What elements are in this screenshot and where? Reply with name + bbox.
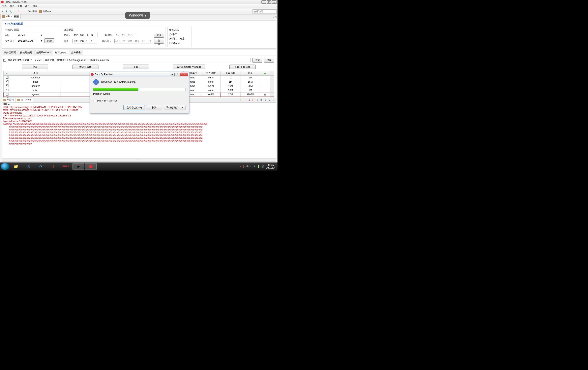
tab-burn-emmc[interactable]: 烧写eMMC: [53, 50, 69, 55]
xml-default-checkbox[interactable]: [3, 59, 6, 61]
transport-usb-radio[interactable]: USB口: [169, 41, 190, 45]
menubar: 文件 芯片 工具 窗口 帮助: [0, 4, 277, 9]
console-tool-icon[interactable]: 📋: [252, 98, 255, 101]
row-checkbox[interactable]: [6, 76, 9, 79]
always-background-checkbox[interactable]: [93, 100, 96, 102]
detail-button[interactable]: 详细信息(D) >>: [164, 105, 186, 110]
close-button[interactable]: ✕: [272, 0, 277, 4]
dialog-icon: [91, 73, 94, 76]
run-background-button[interactable]: 在后台运行(B): [124, 105, 144, 110]
add-row-icon[interactable]: ✚: [264, 72, 266, 75]
hiburn-view-tab[interactable]: HiBurn 视图: [0, 14, 21, 19]
hiburn-link[interactable]: HiBurn: [42, 10, 52, 13]
toolbar-icon-3[interactable]: 🔧: [9, 10, 12, 13]
server-ip-select[interactable]: 192.168.1.176▾: [17, 39, 43, 43]
menu-tools[interactable]: 工具: [16, 4, 23, 9]
toolbar-icon-1[interactable]: ♪: [1, 10, 4, 13]
transport-net-radio[interactable]: 网口（推荐）: [169, 37, 190, 40]
progress-status: Partition system: [93, 92, 186, 95]
row-len: 20M: [241, 84, 260, 88]
row-checkbox[interactable]: [6, 84, 9, 87]
tab-merge-image[interactable]: 合并镜像: [69, 50, 83, 55]
console-tool-icon[interactable]: ▾: [256, 98, 259, 101]
taskbar-explorer[interactable]: 📁: [10, 163, 22, 170]
trash-icon[interactable]: 🗑: [264, 93, 266, 96]
transport-serial-radio[interactable]: 串口: [169, 33, 190, 36]
tftp-icon: [17, 99, 20, 101]
console-tab[interactable]: 控制台: [2, 98, 16, 102]
taskbar-terminal[interactable]: ▰: [73, 163, 84, 170]
menu-help[interactable]: 帮助: [32, 4, 39, 9]
toolbar-icon-5[interactable]: ⇅: [17, 10, 20, 13]
tray-flag-icon[interactable]: 🏳: [253, 165, 256, 168]
tray-shield-icon[interactable]: 🛡: [250, 165, 252, 168]
taskbar-burn[interactable]: BURN: [60, 163, 72, 170]
system-clock[interactable]: 13:45 2021/6/4: [266, 164, 275, 170]
refresh-button[interactable]: 刷新: [44, 38, 54, 43]
view-minimize-icon[interactable]: ▭: [272, 16, 274, 19]
dialog-minimize-button[interactable]: –: [170, 73, 175, 76]
tray-help-icon[interactable]: ❓: [242, 165, 245, 168]
row-name: fastboot: [11, 76, 60, 80]
gw-input[interactable]: [73, 39, 97, 43]
create-emmc-button[interactable]: 制作Emmc烧片器镜像: [173, 65, 205, 69]
upload-button[interactable]: 上载: [123, 65, 149, 69]
tray-volume-icon[interactable]: 🔊: [261, 165, 264, 168]
burn-button[interactable]: 烧写: [22, 65, 48, 69]
taskbar-ie[interactable]: ⓔ: [22, 163, 34, 170]
erase-button[interactable]: 擦除全器件: [72, 65, 98, 69]
view-maximize-icon[interactable]: ☐: [274, 16, 277, 19]
cancel-button[interactable]: 取消: [146, 105, 162, 110]
home-icon[interactable]: ⌂: [21, 10, 24, 13]
tftp-tab[interactable]: TFTP视图: [15, 98, 33, 102]
menu-file[interactable]: 文件: [1, 4, 8, 9]
console-tool-icon[interactable]: ▭: [268, 98, 271, 101]
taskbar-edge[interactable]: ◔: [35, 163, 47, 170]
tab-burn-partition[interactable]: 按分区烧写: [2, 50, 18, 55]
xml-path-input[interactable]: [56, 58, 251, 62]
toolbar-icon-4[interactable]: ↻: [13, 10, 16, 13]
tray-battery-icon[interactable]: 🔋: [257, 165, 260, 168]
maximize-button[interactable]: ☐: [267, 0, 272, 4]
dialog-close-button[interactable]: ✕: [180, 73, 188, 76]
console-tool-icon[interactable]: ☐: [272, 98, 275, 101]
tab-burn-fastboot[interactable]: 烧写Fastboot: [34, 50, 53, 55]
row-checkbox[interactable]: [6, 80, 9, 83]
download-file-text: Download File : system.img.tmp: [101, 81, 136, 83]
row-checkbox[interactable]: [6, 93, 9, 96]
config-panel-title[interactable]: ▼PC与板端配置: [3, 22, 274, 27]
row-fs: none: [201, 76, 221, 80]
ip-input[interactable]: [73, 33, 97, 37]
console-tool-icon[interactable]: ▤: [260, 98, 263, 101]
taskbar-app1[interactable]: ⫴: [48, 163, 59, 170]
quick-access-input[interactable]: [252, 10, 277, 13]
mask-input[interactable]: [115, 33, 136, 37]
browse-button[interactable]: 浏览: [252, 58, 262, 62]
start-button[interactable]: [1, 163, 9, 170]
minimize-button[interactable]: –: [261, 0, 266, 4]
console-tool-icon[interactable]: 📄: [244, 98, 247, 101]
save-board-button[interactable]: 保存: [154, 39, 164, 44]
console-tool-icon[interactable]: ■: [248, 98, 251, 101]
console-scrollbar[interactable]: ⋮⋮⋮: [2, 159, 276, 162]
console-tool-icon[interactable]: ▾: [264, 98, 267, 101]
hitool-platform-link[interactable]: HiTool平台: [25, 10, 38, 13]
tray-up-icon[interactable]: ▴: [240, 165, 241, 168]
taskbar-hitool[interactable]: [85, 163, 97, 170]
mac-input[interactable]: [114, 39, 153, 43]
save-xml-button[interactable]: 保存: [264, 58, 274, 62]
create-hipro-button[interactable]: 制作HiPro镜像: [229, 65, 255, 69]
row-name: boot: [11, 80, 60, 84]
gw-label: 网关: [64, 40, 71, 43]
dialog-maximize-button[interactable]: ☐: [175, 73, 180, 76]
manage-button[interactable]: 管理: [154, 33, 164, 38]
tray-network-icon[interactable]: 🖧: [246, 165, 249, 168]
toolbar-icon-2[interactable]: ⬇: [5, 10, 8, 13]
menu-chip[interactable]: 芯片: [9, 4, 16, 9]
tab-burn-address[interactable]: 按地址烧写: [18, 50, 34, 55]
console-tool-icon[interactable]: 📋: [240, 98, 243, 101]
serial-select[interactable]: COM8▾: [17, 33, 43, 37]
check-all-icon[interactable]: ✔: [6, 72, 8, 75]
row-checkbox[interactable]: [6, 89, 9, 91]
menu-window[interactable]: 窗口: [24, 4, 31, 9]
